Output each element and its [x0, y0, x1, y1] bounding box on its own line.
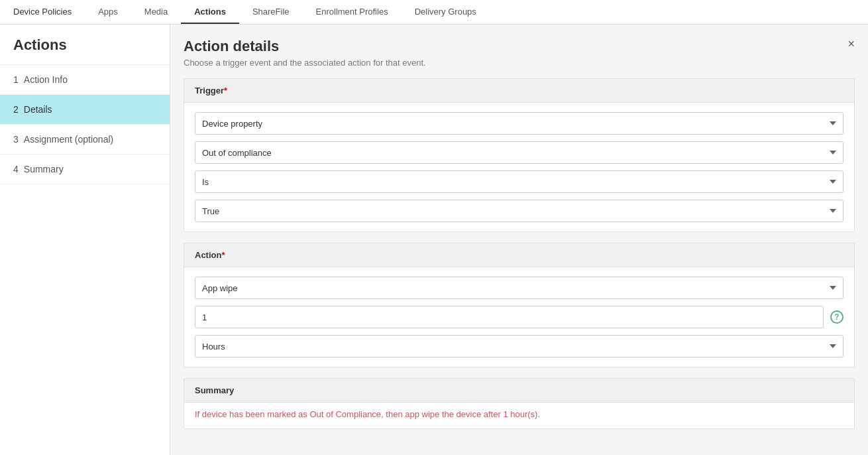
duration-unit-row: Hours Minutes Days — [195, 335, 843, 358]
sidebar: Actions 1 Action Info 2 Details 3 Assign… — [0, 25, 170, 455]
nav-apps[interactable]: Apps — [85, 0, 131, 24]
nav-device-policies[interactable]: Device Policies — [0, 0, 85, 24]
duration-row: ? — [195, 306, 843, 328]
trigger-type-row: Device property ActiveSync Enrollment — [195, 112, 843, 135]
trigger-condition-row: Out of compliance In compliance — [195, 141, 843, 164]
sidebar-item-action-info[interactable]: 1 Action Info — [0, 65, 170, 95]
trigger-value-dropdown[interactable]: True False — [195, 200, 843, 222]
duration-input[interactable] — [195, 306, 824, 328]
trigger-type-dropdown[interactable]: Device property ActiveSync Enrollment — [195, 112, 843, 135]
action-section: Action* App wipe Lock Wipe Notify ? — [184, 243, 855, 367]
trigger-label: Trigger — [195, 86, 224, 96]
trigger-required: * — [224, 86, 227, 96]
action-label: Action — [195, 250, 221, 260]
top-nav: Device Policies Apps Media Actions Share… — [0, 0, 868, 25]
summary-section: Summary If device has been marked as Out… — [184, 378, 855, 429]
details-title: Action details — [184, 38, 426, 55]
nav-actions[interactable]: Actions — [181, 0, 239, 24]
trigger-section-header: Trigger* — [184, 79, 854, 103]
sidebar-title: Actions — [0, 25, 170, 65]
content-area: Action details Choose a trigger event an… — [170, 25, 868, 455]
nav-enrollment-profiles[interactable]: Enrollment Profiles — [303, 0, 402, 24]
action-required: * — [221, 250, 225, 260]
action-section-header: Action* — [184, 243, 854, 267]
step-num-2: 2 — [13, 104, 19, 115]
trigger-condition-dropdown[interactable]: Out of compliance In compliance — [195, 141, 843, 164]
nav-media[interactable]: Media — [131, 0, 181, 24]
nav-delivery-groups[interactable]: Delivery Groups — [402, 0, 490, 24]
close-button[interactable]: × — [847, 38, 855, 50]
sidebar-item-assignment[interactable]: 3 Assignment (optional) — [0, 125, 170, 155]
trigger-value-row: True False — [195, 200, 843, 222]
summary-section-header: Summary — [184, 379, 854, 403]
help-icon[interactable]: ? — [830, 310, 843, 324]
action-type-dropdown[interactable]: App wipe Lock Wipe Notify — [195, 277, 843, 299]
trigger-operator-dropdown[interactable]: Is Is not — [195, 170, 843, 193]
step-num-3: 3 — [13, 134, 19, 145]
step-num-1: 1 — [13, 74, 19, 85]
sidebar-item-summary[interactable]: 4 Summary — [0, 155, 170, 184]
sidebar-label-details: Details — [24, 104, 52, 115]
trigger-operator-row: Is Is not — [195, 170, 843, 193]
summary-text: If device has been marked as Out of Comp… — [184, 403, 854, 428]
nav-sharefile[interactable]: ShareFile — [239, 0, 303, 24]
summary-label: Summary — [195, 385, 234, 395]
sidebar-item-details[interactable]: 2 Details — [0, 95, 170, 125]
trigger-section: Trigger* Device property ActiveSync Enro… — [184, 78, 855, 232]
duration-unit-dropdown[interactable]: Hours Minutes Days — [195, 335, 843, 358]
sidebar-label-action-info: Action Info — [24, 74, 68, 85]
details-header: Action details Choose a trigger event an… — [184, 38, 855, 68]
details-subtitle: Choose a trigger event and the associate… — [184, 58, 426, 68]
sidebar-label-summary: Summary — [24, 164, 64, 174]
trigger-section-body: Device property ActiveSync Enrollment Ou… — [184, 103, 854, 231]
sidebar-label-assignment: Assignment (optional) — [24, 134, 113, 145]
action-section-body: App wipe Lock Wipe Notify ? Hours Minute… — [184, 267, 854, 367]
action-type-row: App wipe Lock Wipe Notify — [195, 277, 843, 299]
step-num-4: 4 — [13, 164, 19, 174]
details-header-text: Action details Choose a trigger event an… — [184, 38, 426, 68]
main-layout: Actions 1 Action Info 2 Details 3 Assign… — [0, 25, 868, 455]
